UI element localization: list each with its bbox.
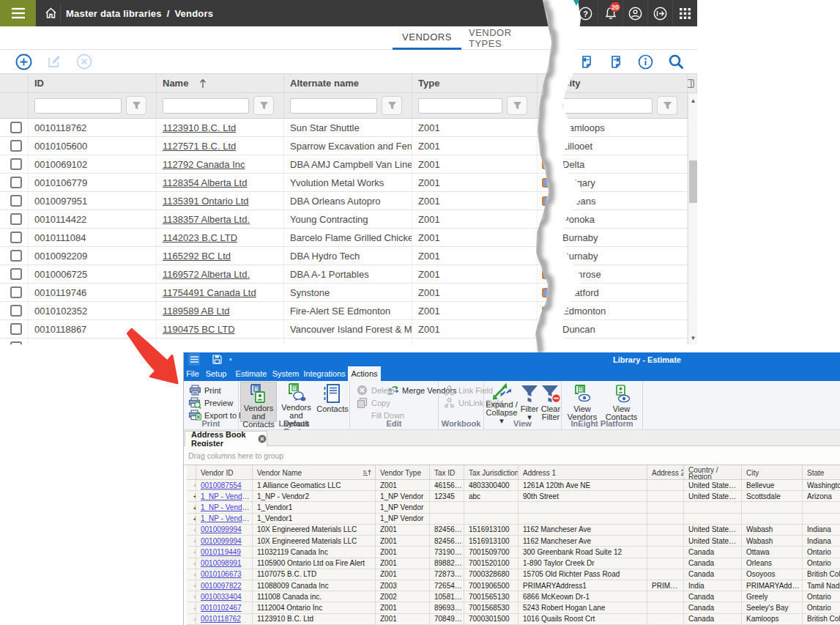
filter-menu-button[interactable] xyxy=(657,96,677,115)
ribbon-tab-estimate[interactable]: Estimate xyxy=(237,366,266,381)
filter-menu-button[interactable] xyxy=(126,96,146,115)
vendor-name-link[interactable]: 1135391 Ontario Ltd xyxy=(163,196,249,207)
add-vendor-button[interactable] xyxy=(13,50,34,73)
info-button[interactable] xyxy=(635,50,655,73)
vendor-name-link[interactable]: 1197404 Canada Inc xyxy=(163,342,250,345)
breadcrumb-parent[interactable]: Master data libraries xyxy=(66,8,162,19)
vendor-id-link[interactable]: 0010102467 xyxy=(201,604,252,612)
grid-column-header-tax-id[interactable]: Tax ID xyxy=(430,465,464,479)
vendor-id-link[interactable]: 0010119449 xyxy=(201,548,252,556)
ribbon-tab-file[interactable]: File xyxy=(185,366,200,381)
scroll-down-icon[interactable]: ▼ xyxy=(688,333,697,343)
expand-row-icon[interactable]: + xyxy=(191,592,196,601)
row-checkbox[interactable] xyxy=(10,122,22,133)
expand-row-icon[interactable]: + xyxy=(191,525,196,534)
vendor-id-link[interactable]: 0010087554 xyxy=(201,481,252,489)
filter-input[interactable] xyxy=(290,98,377,114)
close-icon[interactable] xyxy=(258,434,267,443)
ribbon-tab-actions[interactable]: Actions xyxy=(348,366,381,381)
expand-row-icon[interactable]: + xyxy=(191,492,196,500)
filter-menu-button[interactable] xyxy=(253,96,274,115)
ribbon-tab-setup[interactable]: Setup xyxy=(207,366,226,381)
vendor-id-link[interactable]: 0010033404 xyxy=(201,593,252,601)
vendor-name-link[interactable]: 1128354 Alberta Ltd xyxy=(163,177,247,188)
column-chooser-icon[interactable] xyxy=(688,79,694,88)
expand-row-icon[interactable]: + xyxy=(191,547,196,556)
deactivate-vendor-button[interactable] xyxy=(74,50,94,73)
vendor-id-link[interactable]: 0010106673 xyxy=(201,570,252,578)
vendor-id-link[interactable]: 0010099994 xyxy=(201,537,252,545)
ribbon-item-copy[interactable]: Copy xyxy=(355,396,390,409)
row-checkbox[interactable] xyxy=(10,323,22,335)
grid-column-header-country-[interactable]: Country /Region xyxy=(684,465,742,479)
ribbon-item-clear[interactable]: ClearFilter xyxy=(540,382,561,422)
column-header-city[interactable]: City xyxy=(557,74,688,92)
ribbon-tab-system[interactable]: System xyxy=(273,366,298,381)
vendor-name-link[interactable]: 1189589 AB Ltd xyxy=(163,306,230,317)
expand-row-icon[interactable]: + xyxy=(191,503,196,512)
row-checkbox[interactable] xyxy=(10,250,22,262)
vendor-name-link[interactable]: 1142023 B.C LTD xyxy=(163,232,237,243)
vendor-name-link[interactable]: 1169572 Alberta Ltd. xyxy=(163,269,250,280)
filter-input[interactable] xyxy=(163,98,249,114)
row-checkbox[interactable] xyxy=(10,341,22,344)
expand-row-icon[interactable]: + xyxy=(191,481,196,489)
scrollbar-thumb[interactable] xyxy=(689,160,697,203)
filter-input[interactable] xyxy=(562,98,653,114)
ribbon-item-preview[interactable]: Preview xyxy=(188,396,233,409)
column-header-alternate-name[interactable]: Alternate name xyxy=(284,74,412,92)
ribbon-item-fill-down[interactable]: Fill Down xyxy=(355,409,404,421)
grid-column-header-tax-jurisdiction[interactable]: Tax Jurisdiction xyxy=(464,465,519,479)
quickaccess-dropdown[interactable]: ▾ xyxy=(229,357,235,363)
import-button[interactable] xyxy=(576,50,596,73)
vendor-name-link[interactable]: 11754491 Canada Ltd xyxy=(163,287,256,298)
account-button[interactable] xyxy=(622,0,647,26)
vendor-id-link[interactable]: 0010098991 xyxy=(201,559,252,567)
ribbon-tab-integrations[interactable]: Integrations xyxy=(307,366,342,381)
grid-column-header-state[interactable]: State xyxy=(803,465,840,479)
row-checkbox[interactable] xyxy=(10,177,22,188)
tab-address-book-register[interactable]: Address Book Register xyxy=(185,431,267,446)
ribbon-item-vendors-and[interactable]: Vendors andDefault Quotes xyxy=(278,382,315,422)
expand-row-icon[interactable]: + xyxy=(191,559,196,568)
row-checkbox[interactable] xyxy=(10,158,22,170)
vendor-id-link[interactable]: 1_NP - Vendor1 xyxy=(201,514,252,522)
logout-button[interactable] xyxy=(647,0,672,26)
filter-input[interactable] xyxy=(34,98,122,114)
ribbon-item-contacts[interactable]: Contacts xyxy=(316,382,349,422)
column-header-id[interactable]: ID xyxy=(29,74,157,92)
group-by-panel[interactable]: Drag columns here to group xyxy=(184,446,840,465)
row-checkbox[interactable] xyxy=(10,195,22,207)
home-button[interactable] xyxy=(41,0,60,26)
filter-input[interactable] xyxy=(418,98,502,114)
column-header-type[interactable]: Type xyxy=(412,74,538,92)
grid-column-header-vendor-type[interactable]: Vendor Type xyxy=(376,465,430,479)
expand-row-icon[interactable]: + xyxy=(191,514,196,523)
row-checkbox[interactable] xyxy=(10,232,22,243)
search-button[interactable] xyxy=(666,50,686,73)
tab-vendors[interactable]: VENDORS xyxy=(393,26,461,50)
vendor-name-link[interactable]: 112792 Canada Inc xyxy=(163,159,245,170)
tab-vendor-types[interactable]: VENDOR TYPES xyxy=(469,26,543,50)
expand-row-icon[interactable]: + xyxy=(191,581,196,590)
notifications-button[interactable]: 20 xyxy=(598,0,622,26)
expand-row-icon[interactable]: + xyxy=(191,570,196,579)
vendor-name-link[interactable]: 1190475 BC LTD xyxy=(163,324,235,335)
vendor-id-link[interactable]: 0010097822 xyxy=(201,582,252,590)
vendor-name-link[interactable]: 1138357 Alberta Ltd. xyxy=(163,214,250,225)
grid-column-header-address-1[interactable]: Address 1 xyxy=(519,465,647,479)
filter-menu-button[interactable] xyxy=(507,96,527,115)
expand-row-icon[interactable]: + xyxy=(191,536,196,545)
grid-column-header-vendor-id[interactable]: Vendor ID xyxy=(196,465,253,479)
row-checkbox[interactable] xyxy=(10,140,22,152)
vendor-name-link[interactable]: 1127571 B.C. Ltd xyxy=(163,141,236,152)
main-menu-button[interactable] xyxy=(0,0,36,26)
row-checkbox[interactable] xyxy=(10,268,22,280)
export-button[interactable] xyxy=(606,50,626,73)
row-checkbox[interactable] xyxy=(10,286,22,298)
ribbon-item-vendors-and[interactable]: Vendors andContacts xyxy=(240,382,277,422)
save-button[interactable] xyxy=(212,354,222,364)
row-checkbox[interactable] xyxy=(10,213,22,225)
ribbon-item-expand-[interactable]: Expand /Collapse ▾ xyxy=(485,382,519,422)
ribbon-item-print[interactable]: Print xyxy=(188,384,221,396)
